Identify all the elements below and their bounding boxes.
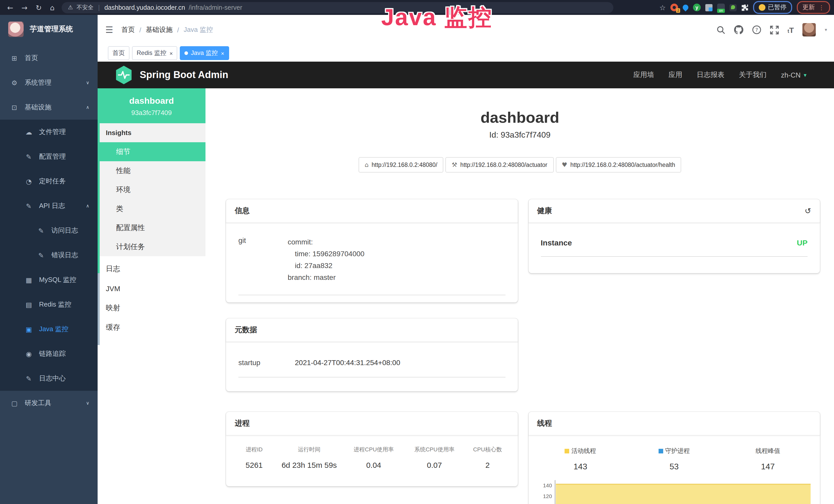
- sba-brand[interactable]: Spring Boot Admin: [115, 65, 228, 85]
- update-button[interactable]: 更新 ⋮: [797, 1, 830, 14]
- locale-selector[interactable]: zh-CN ▾: [781, 71, 807, 79]
- sidebar-item-error-log[interactable]: ✎ 错误日志: [0, 243, 97, 268]
- health-card: 健康 ↺ Instance UP: [528, 199, 820, 273]
- threads-chart: 140 120 100: [533, 480, 815, 504]
- sidebar-item-devtools[interactable]: ▢ 研发工具 ∨: [0, 391, 97, 415]
- help-icon[interactable]: ?: [752, 25, 761, 35]
- insecure-warning-icon[interactable]: ⚠: [68, 4, 73, 11]
- service-url-button[interactable]: ⌂ http://192.168.0.2:48080/: [358, 157, 444, 173]
- extension-icon[interactable]: 1: [671, 4, 678, 11]
- sidebar-item-api-log[interactable]: ✎ API 日志 ∧: [0, 193, 97, 218]
- sidebar-item-cron[interactable]: ◔ 定时任务: [0, 169, 97, 193]
- forward-icon[interactable]: →: [21, 3, 27, 12]
- sba-nav-applications[interactable]: 应用: [668, 70, 682, 79]
- avatar[interactable]: [803, 23, 816, 37]
- screen: ← → ↻ ⌂ ⚠ 不安全 | dashboard.yudao.iocoder.…: [0, 0, 834, 504]
- health-instance-label: Instance: [541, 238, 572, 247]
- sba-brand-name: Spring Boot Admin: [140, 69, 228, 81]
- pin-extension-icon[interactable]: [681, 3, 689, 11]
- browser-menu-icon[interactable]: ⋮: [818, 4, 825, 11]
- y-extension-icon[interactable]: y: [693, 4, 701, 11]
- health-instance-row[interactable]: Instance UP: [541, 238, 808, 257]
- sidebar-item-system[interactable]: ⚙ 系统管理 ∨: [0, 70, 97, 95]
- sidebar-item-config[interactable]: ✎ 配置管理: [0, 144, 97, 169]
- sidebar-item-label: API 日志: [39, 201, 65, 210]
- tab-label: 首页: [112, 49, 125, 58]
- sidebar-item-mysql[interactable]: ▦ MySQL 监控: [0, 268, 97, 292]
- fullscreen-icon[interactable]: [770, 25, 779, 34]
- sidebar-item-label: 访问日志: [51, 226, 78, 235]
- sidebar-item-redis[interactable]: ▤ Redis 监控: [0, 292, 97, 317]
- legend-swatch-blue: [659, 449, 663, 453]
- health-url-button[interactable]: ♥ http://192.168.0.2:48080/actuator/heal…: [555, 157, 681, 173]
- sidebar-item-infra[interactable]: ⊡ 基础设施 ∧: [0, 95, 97, 120]
- back-icon[interactable]: ←: [7, 3, 13, 12]
- sba-logo-icon: [115, 65, 133, 85]
- y-tick: 140: [533, 480, 552, 491]
- switch-extension-icon[interactable]: on: [717, 4, 725, 11]
- edit-icon: ✎: [25, 153, 33, 160]
- tab-home[interactable]: 首页: [108, 46, 129, 60]
- process-col-header: 进程ID: [233, 446, 275, 453]
- sidebar-item-java-monitor[interactable]: ▣ Java 监控: [0, 317, 97, 342]
- paused-pill[interactable]: 已暂停: [753, 1, 792, 14]
- sidebar-item-log-center[interactable]: ✎ 日志中心: [0, 366, 97, 391]
- access-log-icon: ✎: [37, 227, 45, 234]
- sidebar-item-access-log[interactable]: ✎ 访问日志: [0, 218, 97, 243]
- font-size-icon[interactable]: tT: [788, 25, 794, 34]
- close-icon[interactable]: ×: [221, 50, 224, 56]
- sba-nav-about[interactable]: 关于我们: [739, 70, 766, 79]
- sidenav-scrollbar-track: [97, 273, 100, 345]
- sba-nav-journal[interactable]: 日志报表: [697, 70, 724, 79]
- url-path: /infra/admin-server: [189, 4, 242, 11]
- leaf-extension-icon[interactable]: [729, 4, 737, 11]
- puzzle-extensions-icon[interactable]: [741, 4, 748, 11]
- svg-text:?: ?: [755, 27, 758, 33]
- sidenav-item-caches[interactable]: 缓存: [97, 318, 205, 337]
- update-label: 更新: [803, 3, 815, 12]
- app-logo-row[interactable]: 芋道管理系统: [0, 15, 97, 44]
- bookmark-star-icon[interactable]: ☆: [659, 3, 666, 12]
- sidebar-item-tracing[interactable]: ◉ 链路追踪: [0, 342, 97, 366]
- sidenav-item-logs[interactable]: 日志: [97, 259, 205, 279]
- breadcrumb-infra[interactable]: 基础设施: [146, 25, 173, 35]
- history-icon[interactable]: ↺: [805, 206, 811, 215]
- actuator-url-button[interactable]: ⚒ http://192.168.0.2:48080/actuator: [446, 157, 553, 173]
- hamburger-icon[interactable]: ☰: [105, 25, 113, 35]
- home-icon[interactable]: ⌂: [50, 3, 54, 12]
- legend-label: 守护进程: [665, 447, 690, 456]
- avatar-caret-icon[interactable]: ▾: [825, 27, 827, 32]
- tab-label: Redis 监控: [137, 49, 167, 58]
- tab-redis-monitor[interactable]: Redis 监控 ×: [132, 46, 177, 60]
- sidenav-item-metrics[interactable]: 性能: [97, 161, 205, 180]
- close-icon[interactable]: ×: [170, 50, 173, 56]
- search-icon[interactable]: [717, 25, 725, 34]
- sidenav-item-config-props[interactable]: 配置属性: [97, 218, 205, 237]
- address-bar[interactable]: ⚠ 不安全 | dashboard.yudao.iocoder.cn/infra…: [62, 2, 613, 13]
- sidenav-item-jvm[interactable]: JVM: [97, 279, 205, 298]
- page-title: dashboard: [205, 109, 834, 126]
- y-tick: 120: [533, 491, 552, 502]
- sidenav-item-details[interactable]: 细节: [97, 142, 205, 161]
- sidenav-scrollbar-thumb[interactable]: [97, 88, 100, 273]
- sidenav-item-mappings[interactable]: 映射: [97, 298, 205, 318]
- tab-java-monitor[interactable]: Java 监控 ×: [180, 46, 229, 60]
- sidebar-item-files[interactable]: ☁ 文件管理: [0, 120, 97, 144]
- sidenav-item-environment[interactable]: 环境: [97, 180, 205, 199]
- sidenav-item-scheduled-tasks[interactable]: 计划任务: [97, 237, 205, 256]
- main-area: ☰ 首页 / 基础设施 / Java 监控 ? tT ▾ 首页: [97, 15, 834, 504]
- breadcrumb-home[interactable]: 首页: [122, 25, 135, 35]
- github-icon[interactable]: [734, 25, 743, 35]
- chevron-down-icon: ∨: [86, 80, 89, 85]
- reload-icon[interactable]: ↻: [36, 3, 42, 12]
- instance-header[interactable]: dashboard 93a3fc7f7409: [97, 88, 205, 123]
- error-log-icon: ✎: [37, 251, 45, 259]
- sba-header: Spring Boot Admin 应用墙 应用 日志报表 关于我们 zh-CN…: [97, 62, 834, 88]
- sidebar-item-home[interactable]: ⊞ 首页: [0, 46, 97, 70]
- sidenav-item-classes[interactable]: 类: [97, 199, 205, 218]
- sba-content: dashboard Id: 93a3fc7f7409 ⌂ http://192.…: [205, 88, 834, 504]
- sba-nav-wallboard[interactable]: 应用墙: [633, 70, 654, 79]
- log-center-icon: ✎: [25, 374, 33, 382]
- grid-extension-icon[interactable]: [705, 4, 712, 11]
- sidebar-item-label: 文件管理: [39, 127, 66, 137]
